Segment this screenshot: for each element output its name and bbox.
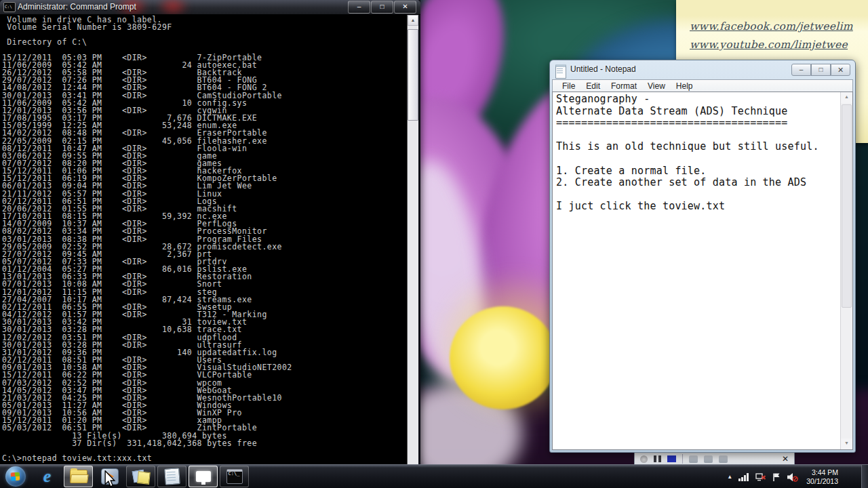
cmd-scrollbar-thumb[interactable] [408,29,418,121]
action-center-flag-icon[interactable] [772,472,781,482]
taskbar-sticky-notes-button[interactable] [126,466,155,487]
media-player-icon [101,468,119,485]
menu-help[interactable]: Help [671,81,698,91]
show-desktop-button[interactable] [861,465,868,488]
glass-reflection [157,0,189,15]
facebook-link[interactable]: www.facebook.com/jetweelim [690,20,853,33]
hidden-icons-arrow[interactable]: ▲ [727,474,732,480]
taskbar-media-player-button[interactable] [95,466,124,487]
scroll-up-icon[interactable]: ▲ [841,92,852,103]
region-tool-icon[interactable] [689,455,698,463]
taskbar-recorder-button[interactable] [189,466,218,487]
menu-edit[interactable]: Edit [580,81,606,91]
sticky-notes-icon [133,469,149,484]
notepad-client-area: Steganography - Alternate Data Stream (A… [552,92,853,450]
scroll-down-icon[interactable]: ▼ [841,439,852,449]
pause-icon[interactable] [654,455,661,462]
youtube-link[interactable]: www.youtube.com/limjetwee [690,39,853,51]
notepad-titlebar[interactable]: Untitled - Notepad – □ ✕ [550,60,855,79]
command-prompt-icon: C:\_ [226,469,243,484]
record-icon[interactable] [640,455,648,463]
menu-format[interactable]: Format [606,81,642,91]
notepad-close-button[interactable]: ✕ [831,64,850,76]
console-output[interactable]: Volume in drive C has no label. Volume S… [0,15,409,488]
volume-muted-icon[interactable] [787,472,798,482]
notepad-scrollbar-thumb[interactable] [842,104,852,308]
taskbar-notepad-button[interactable] [157,466,186,487]
cmd-window-title: Administrator: Command Prompt [18,2,136,12]
system-tray: ▲ 3:44 PM 30/1/2013 [727,465,838,488]
start-button[interactable] [5,466,26,487]
taskbar-command-prompt-button[interactable]: C:\_ [220,466,249,487]
lotus-stamen-center [450,306,557,409]
tray-clock[interactable]: 3:44 PM 30/1/2013 [806,468,838,485]
notepad-maximize-button[interactable]: □ [811,64,831,76]
notepad-window-icon [555,64,566,79]
taskbar-windows-explorer-button[interactable] [64,466,93,487]
folder-icon [70,470,87,483]
taskbar: e C:\_ ▲ [0,464,868,488]
tray-date: 30/1/2013 [806,477,838,486]
windows-logo-icon [11,472,20,481]
command-prompt-window: C:\ Administrator: Command Prompt – □ ✕ … [0,0,420,488]
stop-icon[interactable] [667,455,676,462]
notepad-minimize-button[interactable]: – [791,64,811,76]
scroll-up-icon[interactable]: ▲ [408,15,418,26]
network-signal-icon[interactable] [738,473,749,481]
tray-time: 3:44 PM [806,468,838,477]
toolbar-divider [682,454,683,464]
notepad-scrollbar[interactable]: ▲ ▼ [840,92,852,449]
internet-explorer-icon: e [43,468,52,485]
camera-tool-icon[interactable] [719,455,728,463]
cmd-titlebar[interactable]: C:\ Administrator: Command Prompt – □ ✕ [0,0,420,15]
camstudio-close-icon[interactable]: ✕ [782,455,789,463]
cmd-minimize-button[interactable]: – [348,1,370,14]
cmd-maximize-button[interactable]: □ [371,1,393,14]
cmd-window-icon: C:\ [3,2,16,12]
notepad-editor[interactable]: Steganography - Alternate Data Stream (A… [553,92,841,449]
notepad-window: Untitled - Notepad – □ ✕ File Edit Forma… [549,60,856,453]
notepad-window-title: Untitled - Notepad [570,64,636,74]
pen-tool-icon[interactable] [704,455,713,463]
cmd-close-button[interactable]: ✕ [394,1,416,14]
notepad-icon [164,468,180,485]
menu-file[interactable]: File [557,81,580,91]
notepad-menubar: File Edit Format View Help [552,79,853,92]
desktop: www.facebook.com/jetweelim www.youtube.c… [0,0,868,488]
menu-view[interactable]: View [642,81,671,91]
taskbar-internet-explorer-button[interactable]: e [33,466,62,487]
camstudio-recorder-icon [196,471,211,482]
cmd-scrollbar[interactable]: ▲ [407,15,418,488]
network-disconnected-icon[interactable] [755,472,766,481]
